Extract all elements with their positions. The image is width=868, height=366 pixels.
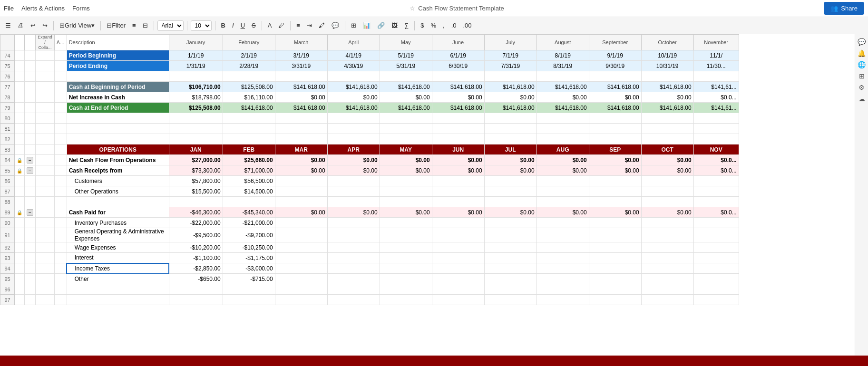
strikethrough-btn[interactable]: S xyxy=(249,20,258,30)
cell-75-jan: 1/31/19 xyxy=(169,61,223,71)
table-row: 82 xyxy=(0,134,739,144)
link-btn[interactable]: 🔗 xyxy=(375,20,387,30)
share-button[interactable]: 👥 Share xyxy=(824,2,864,15)
table-row: 95 Other -$650.00 -$715.00 xyxy=(0,274,739,284)
cell-74-may: 5/1/19 xyxy=(380,50,432,61)
sidebar-chat-icon[interactable]: 💬 xyxy=(858,38,866,46)
row-num-94: 94 xyxy=(0,263,15,274)
cell-75-nov: 11/30... xyxy=(693,61,739,71)
cell-75-az xyxy=(55,61,67,71)
sidebar-notification-icon[interactable]: 🔔 xyxy=(858,49,866,57)
star-icon[interactable]: ☆ xyxy=(410,5,415,12)
nav-file[interactable]: File xyxy=(4,5,14,12)
row-height-btn[interactable]: ≡ xyxy=(130,20,138,30)
cell-94-desc[interactable]: Income Taxes xyxy=(67,263,169,274)
row-num-93: 93 xyxy=(0,253,15,263)
cell-93-feb: -$1,175.00 xyxy=(223,253,275,263)
sidebar-grid-icon[interactable]: ⊞ xyxy=(859,72,865,80)
cell-74-desc: Period Beginning xyxy=(67,50,169,61)
cell-77-mar: $141,618.00 xyxy=(275,82,327,92)
cell-83-sep: SEP xyxy=(589,144,641,155)
toolbar-print[interactable]: 🖨 xyxy=(15,20,26,30)
italic-btn[interactable]: I xyxy=(230,20,236,30)
font-select[interactable]: Arial xyxy=(157,20,184,31)
row-num-83: 83 xyxy=(0,144,15,155)
decimal-dec-btn[interactable]: .0 xyxy=(449,20,459,30)
spreadsheet[interactable]: Expand / Colla... A… Description January… xyxy=(0,34,868,366)
percent-btn[interactable]: % xyxy=(428,20,439,30)
cell-83-jan: JAN xyxy=(169,144,223,155)
cell-77-jul: $141,618.00 xyxy=(484,82,536,92)
row-num-92: 92 xyxy=(0,242,15,253)
cell-89-oct: $0.00 xyxy=(641,207,693,218)
row-num-87: 87 xyxy=(0,186,15,197)
cell-83-nov: NOV xyxy=(693,144,739,155)
cell-78-desc: Net Increase in Cash xyxy=(67,92,169,103)
table-row: 86 Customers $57,800.00 $56,500.00 xyxy=(0,176,739,186)
sidebar-globe-icon[interactable]: 🌐 xyxy=(858,61,866,68)
bottom-bar xyxy=(0,356,868,366)
wrap-btn[interactable]: ⇥ xyxy=(304,20,314,30)
currency-btn[interactable]: $ xyxy=(418,20,426,30)
col-header-may: May xyxy=(380,35,432,50)
row-num-84: 84 xyxy=(0,155,15,165)
cell-85-minus[interactable]: − xyxy=(25,165,36,176)
col-header-november: November xyxy=(693,35,739,50)
toolbar-redo[interactable]: ↪ xyxy=(40,20,50,30)
row-num-96: 96 xyxy=(0,284,15,295)
nav-alerts[interactable]: Alerts & Actions xyxy=(21,5,65,12)
sidebar-settings-icon[interactable]: ⚙ xyxy=(858,84,865,91)
text-color-btn[interactable]: A xyxy=(265,20,274,30)
cell-74-expand xyxy=(36,50,55,61)
col-width-btn[interactable]: ⊟ xyxy=(140,20,150,30)
cell-84-apr: $0.00 xyxy=(327,155,380,165)
cell-85-oct: $0.00 xyxy=(641,165,693,176)
cell-89-desc: Cash Paid for xyxy=(67,207,169,218)
toolbar-undo[interactable]: ↩ xyxy=(28,20,38,30)
decimal-inc-btn[interactable]: .00 xyxy=(461,20,474,30)
cell-74-lock xyxy=(15,50,25,61)
highlight-btn[interactable]: 🖍 xyxy=(316,20,327,30)
cell-77-may: $141,618.00 xyxy=(380,82,432,92)
table-row: 85 🔒 − Cash Receipts from $73,300.00 $71… xyxy=(0,165,739,176)
align-btn[interactable]: ≡ xyxy=(294,20,302,30)
row-num-82: 82 xyxy=(0,134,15,144)
cell-83-jul: JUL xyxy=(484,144,536,155)
cell-89-lock: 🔒 xyxy=(15,207,25,218)
cell-89-minus[interactable]: − xyxy=(25,207,36,218)
cell-74-apr: 4/1/19 xyxy=(327,50,380,61)
nav-items: File Alerts & Actions Forms xyxy=(4,5,90,12)
sidebar-cloud-icon[interactable]: ☁ xyxy=(858,95,865,103)
grid-view-btn[interactable]: ⊞ Grid View ▾ xyxy=(57,20,97,30)
nav-forms[interactable]: Forms xyxy=(72,5,90,12)
comma-btn[interactable]: , xyxy=(440,20,447,30)
chevron-down-icon: ▾ xyxy=(91,22,95,29)
toolbar-menu[interactable]: ☰ xyxy=(3,20,13,30)
row-num-81: 81 xyxy=(0,124,15,134)
image-btn[interactable]: 🖼 xyxy=(389,20,400,30)
cell-77-aug: $141,618.00 xyxy=(536,82,589,92)
cell-83-desc: OPERATIONS xyxy=(67,144,169,155)
bold-btn[interactable]: B xyxy=(219,20,228,30)
cell-85-aug: $0.00 xyxy=(536,165,589,176)
cell-79-aug: $141,618.00 xyxy=(536,103,589,113)
filter-btn[interactable]: ⊟ Filter xyxy=(104,20,128,30)
formula-btn[interactable]: ∑ xyxy=(402,20,411,30)
font-size-select[interactable]: 10 xyxy=(191,20,212,31)
cell-92-feb: -$10,250.00 xyxy=(223,242,275,253)
grid-view-label: Grid View xyxy=(65,22,91,29)
cell-84-minus[interactable]: − xyxy=(25,155,36,165)
cell-78-apr: $0.00 xyxy=(327,92,380,103)
cell-89-mar: $0.00 xyxy=(275,207,327,218)
cell-85-may: $0.00 xyxy=(380,165,432,176)
fill-color-btn[interactable]: 🖊 xyxy=(276,20,287,30)
cell-78-sep: $0.00 xyxy=(589,92,641,103)
cell-79-sep: $141,618.00 xyxy=(589,103,641,113)
comment-btn[interactable]: 💬 xyxy=(329,20,341,30)
table-btn[interactable]: ⊞ xyxy=(349,20,359,30)
underline-btn[interactable]: U xyxy=(238,20,247,30)
cell-84-may: $0.00 xyxy=(380,155,432,165)
cell-75-may: 5/31/19 xyxy=(380,61,432,71)
cell-84-sep: $0.00 xyxy=(589,155,641,165)
chart-btn[interactable]: 📊 xyxy=(361,20,373,30)
